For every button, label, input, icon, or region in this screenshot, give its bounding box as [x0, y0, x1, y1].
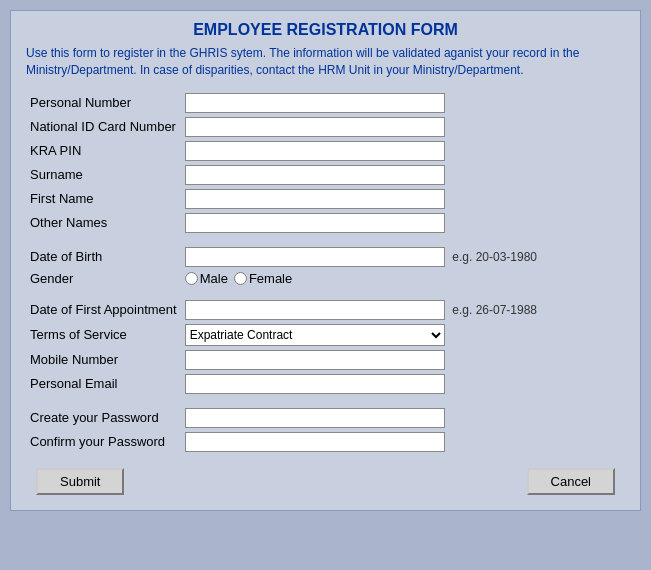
kra-pin-row: KRA PIN	[26, 139, 625, 163]
email-row: Personal Email	[26, 372, 625, 396]
form-table: Personal Number National ID Card Number …	[26, 91, 625, 454]
other-names-row: Other Names	[26, 211, 625, 235]
first-name-input[interactable]	[185, 189, 445, 209]
other-names-label: Other Names	[26, 211, 181, 235]
gender-female-label[interactable]: Female	[234, 271, 292, 286]
kra-pin-input[interactable]	[185, 141, 445, 161]
gender-radio-group: Male Female	[185, 271, 621, 286]
surname-label: Surname	[26, 163, 181, 187]
national-id-input[interactable]	[185, 117, 445, 137]
gender-male-text: Male	[200, 271, 228, 286]
national-id-label: National ID Card Number	[26, 115, 181, 139]
personal-number-input[interactable]	[185, 93, 445, 113]
dob-row: Date of Birth e.g. 20-03-1980	[26, 245, 625, 269]
confirm-password-label: Confirm your Password	[26, 430, 181, 454]
spacer-1	[26, 235, 625, 245]
form-description: Use this form to register in the GHRIS s…	[26, 45, 625, 79]
gender-female-text: Female	[249, 271, 292, 286]
create-password-label: Create your Password	[26, 406, 181, 430]
dob-input[interactable]	[185, 247, 445, 267]
email-input[interactable]	[185, 374, 445, 394]
appointment-row: Date of First Appointment e.g. 26-07-198…	[26, 298, 625, 322]
other-names-input[interactable]	[185, 213, 445, 233]
mobile-label: Mobile Number	[26, 348, 181, 372]
page-wrapper: EMPLOYEE REGISTRATION FORM Use this form…	[0, 0, 651, 570]
confirm-password-input[interactable]	[185, 432, 445, 452]
terms-label: Terms of Service	[26, 322, 181, 348]
dob-hint: e.g. 20-03-1980	[448, 250, 537, 264]
mobile-input[interactable]	[185, 350, 445, 370]
form-container: EMPLOYEE REGISTRATION FORM Use this form…	[10, 10, 641, 511]
kra-pin-label: KRA PIN	[26, 139, 181, 163]
terms-row: Terms of Service Expatriate Contract Per…	[26, 322, 625, 348]
gender-female-radio[interactable]	[234, 272, 247, 285]
spacer-2	[26, 288, 625, 298]
gender-male-radio[interactable]	[185, 272, 198, 285]
dob-label: Date of Birth	[26, 245, 181, 269]
appointment-input[interactable]	[185, 300, 445, 320]
surname-row: Surname	[26, 163, 625, 187]
confirm-password-row: Confirm your Password	[26, 430, 625, 454]
appointment-label: Date of First Appointment	[26, 298, 181, 322]
submit-button[interactable]: Submit	[36, 468, 124, 495]
gender-label: Gender	[26, 269, 181, 288]
personal-number-label: Personal Number	[26, 91, 181, 115]
cancel-button[interactable]: Cancel	[527, 468, 615, 495]
terms-select[interactable]: Expatriate Contract Permanent Contract T…	[185, 324, 445, 346]
create-password-input[interactable]	[185, 408, 445, 428]
gender-male-label[interactable]: Male	[185, 271, 228, 286]
surname-input[interactable]	[185, 165, 445, 185]
first-name-row: First Name	[26, 187, 625, 211]
personal-number-row: Personal Number	[26, 91, 625, 115]
national-id-row: National ID Card Number	[26, 115, 625, 139]
appointment-hint: e.g. 26-07-1988	[448, 303, 537, 317]
gender-row: Gender Male Female	[26, 269, 625, 288]
mobile-row: Mobile Number	[26, 348, 625, 372]
first-name-label: First Name	[26, 187, 181, 211]
button-row: Submit Cancel	[26, 468, 625, 495]
create-password-row: Create your Password	[26, 406, 625, 430]
email-label: Personal Email	[26, 372, 181, 396]
form-title: EMPLOYEE REGISTRATION FORM	[26, 21, 625, 39]
spacer-3	[26, 396, 625, 406]
